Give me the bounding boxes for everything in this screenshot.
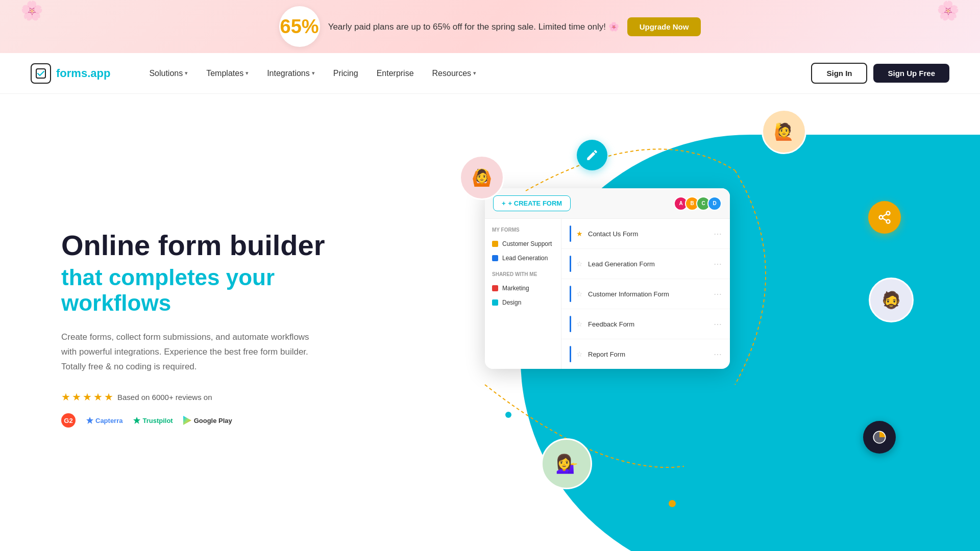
upgrade-now-button[interactable]: Upgrade Now [627, 17, 701, 36]
flower-left-icon: 🌸 [20, 0, 43, 21]
rating-text: Based on 6000+ reviews on [117, 393, 212, 402]
svg-point-6 [887, 220, 890, 223]
logo-icon [31, 63, 51, 84]
g2-badge: G2 [61, 413, 76, 428]
avatar-person-1: 🙆 [459, 155, 504, 200]
nav-resources[interactable]: Resources ▾ [424, 65, 484, 82]
star-4: ★ [93, 391, 103, 403]
avatar-person-4: 💁‍♀️ [541, 438, 592, 489]
svg-line-8 [883, 214, 887, 217]
svg-marker-2 [133, 417, 140, 424]
hero-content: Online form builder that completes your … [61, 230, 368, 428]
chevron-down-icon: ▾ [185, 70, 188, 77]
discount-percent: 65% [279, 6, 320, 47]
svg-point-4 [887, 211, 890, 215]
nav-templates[interactable]: Templates ▾ [198, 65, 257, 82]
chart-icon-button[interactable] [863, 421, 896, 454]
rating-row: ★ ★ ★ ★ ★ Based on 6000+ reviews on [61, 391, 368, 403]
hero-title: Online form builder [61, 230, 368, 261]
hero-description: Create forms, collect form submissions, … [61, 330, 327, 374]
hero-section: Online form builder that completes your … [0, 94, 980, 551]
avatar-person-2: 🙋 [762, 109, 806, 154]
nav-enterprise[interactable]: Enterprise [369, 65, 422, 82]
nav-solutions[interactable]: Solutions ▾ [141, 65, 196, 82]
star-1: ★ [61, 391, 70, 403]
hero-subtitle: that completes your workflows [61, 265, 368, 316]
svg-point-5 [879, 216, 883, 219]
share-icon-button[interactable] [868, 201, 901, 234]
g2-logo: G2 [61, 413, 76, 428]
trustpilot-logo: Trustpilot [133, 416, 173, 424]
svg-marker-3 [183, 416, 191, 425]
star-5: ★ [104, 391, 113, 403]
hero-visual: .arc-dash{stroke:#f0a500;stroke-width:2;… [419, 94, 980, 551]
dots-grid-2 [820, 504, 852, 517]
chevron-down-icon: ▾ [473, 70, 476, 77]
avatar-person-3: 🧔 [869, 278, 914, 322]
svg-line-7 [883, 218, 887, 221]
capterra-logo: Capterra [86, 416, 122, 424]
pencil-icon-button[interactable] [577, 140, 607, 170]
promo-banner: 🌸 65% Yearly paid plans are up to 65% of… [0, 0, 980, 53]
main-nav: forms.app Solutions ▾ Templates ▾ Integr… [0, 53, 980, 94]
svg-marker-1 [86, 417, 93, 424]
star-2: ★ [72, 391, 81, 403]
chevron-down-icon: ▾ [312, 70, 315, 77]
chevron-down-icon: ▾ [246, 70, 249, 77]
nav-pricing[interactable]: Pricing [325, 65, 366, 82]
logo-text: forms.app [56, 67, 110, 80]
signup-button[interactable]: Sign Up Free [873, 64, 949, 83]
star-3: ★ [83, 391, 92, 403]
banner-text: Yearly paid plans are up to 65% off for … [328, 21, 619, 32]
review-logos: G2 Capterra Trustpilot Goo [61, 413, 368, 428]
googleplay-logo: Google Play [183, 416, 232, 425]
nav-integrations[interactable]: Integrations ▾ [259, 65, 323, 82]
logo[interactable]: forms.app [31, 63, 110, 84]
star-rating: ★ ★ ★ ★ ★ [61, 391, 113, 403]
flower-right-icon: 🌸 [937, 0, 960, 21]
nav-links: Solutions ▾ Templates ▾ Integrations ▾ P… [141, 65, 811, 82]
signin-button[interactable]: Sign In [811, 63, 867, 84]
nav-actions: Sign In Sign Up Free [811, 63, 949, 84]
